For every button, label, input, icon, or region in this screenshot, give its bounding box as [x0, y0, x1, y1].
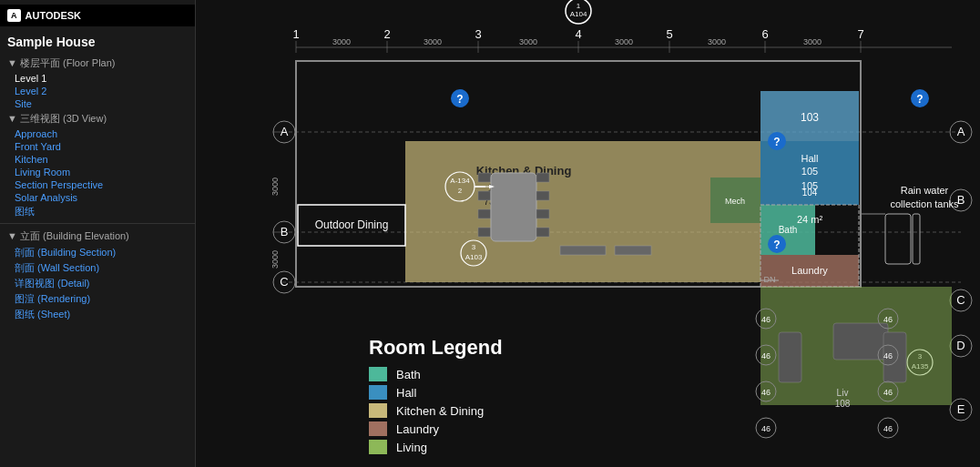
svg-rect-72 [478, 228, 491, 237]
svg-text:Liv: Liv [837, 388, 849, 398]
svg-rect-69 [478, 173, 491, 182]
svg-text:A: A [281, 125, 289, 138]
svg-text:Mech: Mech [725, 197, 745, 206]
kitchen-label: Kitchen & Dining [396, 404, 484, 418]
svg-text:E: E [957, 402, 965, 416]
svg-rect-107 [779, 332, 801, 382]
svg-text:3: 3 [472, 243, 476, 251]
legend-item-kitchen-dining: Kitchen & Dining [369, 403, 503, 418]
svg-text:2: 2 [458, 187, 463, 195]
svg-text:?: ? [773, 136, 780, 148]
sidebar-item-rendering[interactable]: 图渲 (Rendering) [0, 291, 195, 307]
laundry-color-swatch [369, 421, 387, 436]
sidebar-item-living-room[interactable]: Living Room [0, 166, 195, 178]
svg-rect-49 [405, 141, 761, 282]
svg-text:D: D [956, 339, 965, 352]
svg-rect-74 [536, 173, 549, 182]
svg-text:3000: 3000 [332, 37, 351, 46]
3dview-section[interactable]: ▼ 三维视图 (3D View) [0, 110, 195, 127]
laundry-label: Laundry [396, 422, 439, 436]
hall-color-swatch [369, 385, 387, 400]
sidebar-item-sheet[interactable]: 图纸 (Sheet) [0, 307, 195, 322]
sidebar-item-site[interactable]: Site [0, 97, 195, 110]
svg-text:?: ? [456, 93, 463, 106]
svg-text:?: ? [773, 239, 780, 251]
living-color-swatch [369, 440, 387, 454]
svg-text:Bath: Bath [779, 225, 798, 235]
svg-text:46: 46 [761, 315, 771, 324]
svg-text:C: C [956, 293, 965, 307]
legend-item-living: Living [369, 440, 503, 454]
svg-rect-76 [536, 209, 549, 218]
sidebar-item-solar-analysis[interactable]: Solar Analysis [0, 191, 195, 204]
legend-item-laundry: Laundry [369, 421, 503, 436]
sidebar-item-detail[interactable]: 详图视图 (Detail) [0, 276, 195, 291]
elevation-section[interactable]: ▼ 立面 (Building Elevation) [0, 228, 195, 245]
svg-text:46: 46 [761, 424, 771, 433]
svg-text:105: 105 [801, 166, 818, 177]
svg-text:A-134: A-134 [450, 177, 470, 185]
autodesk-logo: A AUTODESK [0, 5, 195, 26]
sidebar-item-plot[interactable]: 图纸 [0, 204, 195, 219]
svg-rect-73 [491, 173, 536, 241]
living-label: Living [396, 441, 427, 454]
svg-text:46: 46 [883, 424, 893, 433]
sidebar-item-building-section[interactable]: 剖面 (Building Section) [0, 245, 195, 260]
svg-text:3000: 3000 [708, 37, 726, 46]
svg-text:105: 105 [801, 180, 818, 191]
svg-text:3000: 3000 [803, 37, 822, 46]
svg-text:3000: 3000 [271, 250, 280, 269]
svg-text:7: 7 [857, 27, 863, 41]
kitchen-color-swatch [369, 403, 387, 418]
svg-text:A103: A103 [465, 253, 483, 261]
sidebar-item-level1[interactable]: Level 1 [0, 72, 195, 85]
legend-title: Room Legend [369, 336, 503, 360]
legend-item-hall: Hall [369, 385, 503, 400]
svg-text:2: 2 [383, 27, 390, 41]
svg-rect-70 [478, 191, 491, 200]
bath-color-swatch [369, 367, 387, 381]
svg-text:46: 46 [883, 315, 893, 324]
svg-text:6: 6 [761, 27, 768, 41]
floor-plan-section[interactable]: ▼ 楼层平面 (Floor Plan) [0, 55, 195, 72]
logo-icon: A [7, 9, 21, 22]
svg-text:46: 46 [883, 388, 893, 397]
sidebar-item-section-perspective[interactable]: Section Perspective [0, 178, 195, 191]
sidebar-item-kitchen[interactable]: Kitchen [0, 153, 195, 166]
sidebar-item-wall-section[interactable]: 剖面 (Wall Section) [0, 260, 195, 276]
svg-text:DN: DN [764, 275, 776, 284]
room-legend: Room Legend Bath Hall Kitchen & Dining L… [369, 336, 503, 458]
svg-text:A104: A104 [570, 10, 587, 18]
svg-text:3000: 3000 [424, 37, 442, 46]
hall-label: Hall [396, 386, 416, 400]
svg-text:1: 1 [577, 2, 581, 10]
svg-rect-79 [615, 246, 651, 255]
svg-text:108: 108 [835, 399, 851, 409]
svg-text:5: 5 [666, 27, 672, 41]
svg-text:103: 103 [801, 111, 819, 124]
svg-text:3: 3 [475, 27, 481, 41]
svg-rect-77 [536, 228, 549, 237]
svg-text:46: 46 [883, 351, 893, 360]
svg-text:Laundry: Laundry [791, 265, 828, 276]
svg-text:3000: 3000 [615, 37, 633, 46]
svg-rect-78 [560, 246, 606, 255]
svg-text:46: 46 [761, 388, 771, 397]
svg-text:46: 46 [761, 351, 771, 360]
sidebar-item-level2[interactable]: Level 2 [0, 85, 195, 97]
svg-text:collection tanks: collection tanks [890, 198, 959, 209]
svg-text:Rain water: Rain water [901, 185, 949, 196]
main-canvas[interactable]: 1 A104 1 2 3 4 5 6 7 3000 3000 3000 3000… [196, 0, 980, 467]
autodesk-label: AUTODESK [26, 10, 82, 21]
svg-text:1: 1 [292, 27, 299, 41]
svg-rect-106 [833, 323, 888, 360]
app-title: Sample House [0, 31, 195, 55]
sidebar-item-front-yard[interactable]: Front Yard [0, 140, 195, 153]
svg-rect-71 [478, 209, 491, 218]
svg-text:?: ? [916, 93, 923, 106]
legend-item-bath: Bath [369, 367, 503, 381]
svg-text:24 m²: 24 m² [797, 214, 822, 225]
svg-text:Hall: Hall [801, 153, 819, 164]
sidebar-item-approach[interactable]: Approach [0, 127, 195, 140]
svg-rect-75 [536, 191, 549, 200]
